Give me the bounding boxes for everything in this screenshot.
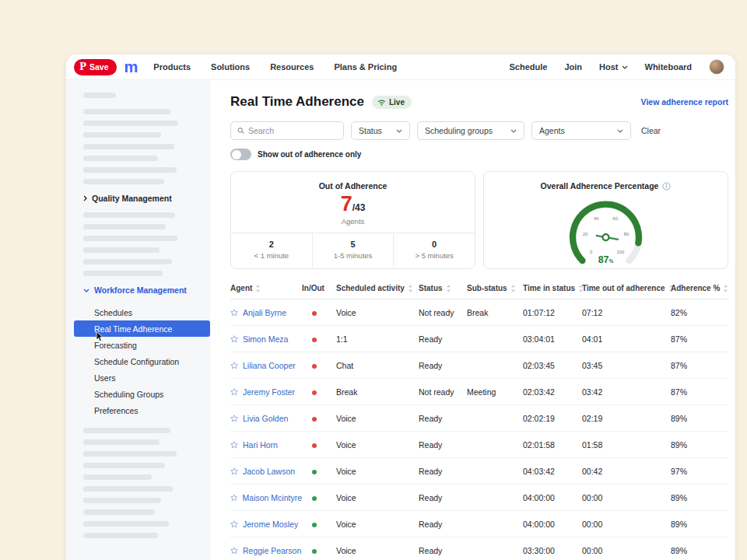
sidebar-item-schedule-configuration[interactable]: Schedule Configuration (66, 353, 210, 369)
breakdown-value: 0 (394, 240, 475, 249)
column-header-adherence-percent[interactable]: Adherence % (671, 284, 728, 292)
star-icon[interactable] (230, 494, 238, 502)
star-icon[interactable] (230, 335, 238, 343)
star-icon[interactable] (230, 309, 238, 317)
info-icon[interactable] (662, 182, 671, 191)
star-icon[interactable] (230, 415, 238, 422)
table-row: Jeremy Foster Break Not ready Meeting 02… (230, 379, 728, 405)
status-cell: Ready (419, 361, 467, 370)
brand-logo[interactable]: m (124, 59, 139, 75)
column-header-sub-status[interactable]: Sub-status (467, 284, 523, 292)
time-in-status-cell: 02:01:58 (523, 440, 582, 450)
agents-dropdown[interactable]: Agents (531, 121, 631, 140)
agent-link[interactable]: Livia Golden (230, 414, 302, 423)
table-row: Hari Horn Voice Ready 02:01:58 01:58 89% (230, 432, 728, 458)
agent-link[interactable]: Simon Meza (230, 334, 302, 344)
chevron-down-icon (510, 129, 517, 133)
nav-item-plans-pricing[interactable]: Plans & Pricing (334, 62, 397, 72)
agent-link[interactable]: Jeremy Foster (230, 387, 302, 397)
inout-dot (312, 523, 317, 527)
out-of-adherence-toggle[interactable] (230, 149, 251, 160)
inout-dot (312, 311, 317, 316)
nav-item-whiteboard[interactable]: Whiteboard (645, 62, 693, 72)
sidebar-item-preferences[interactable]: Preferences (66, 402, 210, 418)
column-header-agent[interactable]: Agent (230, 284, 302, 292)
nav-item-join[interactable]: Join (564, 62, 582, 72)
scheduled-activity-cell: Voice (336, 467, 419, 476)
table-row: Simon Meza 1:1 Ready 03:04:01 04:01 87% (230, 326, 728, 352)
user-avatar[interactable] (709, 59, 724, 75)
wifi-icon (377, 99, 386, 106)
gauge-tick-80: 80 (624, 232, 630, 236)
star-icon[interactable] (230, 441, 238, 449)
inout-cell (302, 361, 336, 370)
breakdown-under-1min: 2 < 1 minute (231, 233, 312, 267)
scheduled-activity-cell: Voice (336, 520, 419, 529)
adherence-percent-cell: 97% (671, 467, 728, 476)
sidebar-item-users[interactable]: Users (66, 369, 210, 386)
inout-dot (312, 338, 317, 342)
scheduling-groups-label: Scheduling groups (425, 126, 493, 135)
inout-cell (302, 308, 336, 317)
column-header-scheduled-activity[interactable]: Scheduled activity (336, 284, 419, 292)
status-cell: Not ready (419, 387, 467, 397)
column-header-time-in-status[interactable]: Time in status (523, 284, 582, 292)
search-input[interactable] (248, 126, 337, 135)
column-header-status[interactable]: Status (419, 284, 467, 292)
view-adherence-report-link[interactable]: View adherence report (641, 97, 728, 107)
sidebar-section-quality-management[interactable]: Quality Management (83, 194, 196, 203)
inout-cell (302, 520, 336, 529)
star-icon[interactable] (230, 362, 238, 369)
toggle-knob (232, 150, 241, 159)
time-in-status-cell: 02:03:45 (523, 361, 582, 370)
clear-filters-button[interactable]: Clear (641, 126, 661, 135)
star-icon[interactable] (230, 547, 238, 555)
star-icon[interactable] (230, 467, 238, 475)
table-row: Livia Golden Voice Ready 02:02:19 02:19 … (230, 405, 728, 432)
sidebar-item-forecasting[interactable]: Forecasting (66, 337, 210, 353)
inout-dot (312, 549, 317, 554)
live-badge: Live (372, 96, 412, 109)
star-icon[interactable] (230, 520, 238, 528)
inout-cell (302, 467, 336, 476)
table-row: Jerome Mosley Voice Ready 04:00:00 00:00… (230, 511, 728, 537)
column-header-time-out-of-adherence[interactable]: Time out of adherence (582, 284, 671, 292)
sidebar-item-schedules[interactable]: Schedules (66, 304, 210, 320)
star-icon[interactable] (230, 388, 238, 396)
nav-item-solutions[interactable]: Solutions (211, 62, 250, 72)
nav-item-resources[interactable]: Resources (270, 62, 314, 72)
agent-link[interactable]: Maison Mcintyre (230, 493, 302, 502)
nav-item-schedule[interactable]: Schedule (510, 62, 548, 72)
overall-adherence-card: Overall Adherence Percentage 0 20 40 60 … (483, 171, 728, 269)
time-out-of-adherence-cell: 02:19 (582, 414, 671, 423)
agent-link[interactable]: Liliana Cooper (230, 361, 302, 370)
pinterest-save-button[interactable]: P Save (74, 59, 117, 75)
scheduled-activity-cell: Voice (336, 493, 419, 502)
nav-item-products[interactable]: Products (153, 62, 191, 72)
adherence-percent-cell: 87% (671, 361, 728, 370)
adherence-percent-cell: 89% (671, 493, 728, 502)
adherence-percent-cell: 89% (671, 414, 728, 423)
scheduling-groups-dropdown[interactable]: Scheduling groups (417, 121, 524, 140)
agent-link[interactable]: Reggie Pearson (230, 546, 302, 555)
scheduled-activity-cell: Voice (336, 546, 419, 555)
sidebar-item-scheduling-groups[interactable]: Scheduling Groups (66, 386, 210, 402)
agent-link[interactable]: Anjali Byrne (230, 308, 302, 317)
inout-cell (302, 334, 336, 344)
adherence-percent-cell: 89% (671, 440, 728, 450)
section-label: Quality Management (92, 194, 172, 203)
sidebar-section-workforce-management[interactable]: Workforce Management (83, 285, 196, 295)
agent-link[interactable]: Jerome Mosley (230, 520, 302, 529)
column-header-inout[interactable]: In/Out (302, 284, 336, 292)
status-dropdown[interactable]: Status (351, 121, 410, 140)
out-of-adherence-card: Out of Adherence 7/43 Agents 2 < 1 minut… (230, 171, 475, 269)
agent-link[interactable]: Hari Horn (230, 440, 302, 450)
top-navbar: P Save m Products Solutions Resources Pl… (66, 54, 735, 80)
gauge-value: 87 (598, 254, 609, 265)
time-out-of-adherence-cell: 04:01 (582, 334, 671, 344)
time-out-of-adherence-cell: 01:58 (582, 440, 671, 450)
nav-item-host[interactable]: Host (599, 62, 627, 72)
status-cell: Ready (419, 414, 467, 423)
sidebar-item-real-time-adherence[interactable]: Real Time Adherence (74, 320, 210, 337)
agent-link[interactable]: Jacob Lawson (230, 467, 302, 476)
